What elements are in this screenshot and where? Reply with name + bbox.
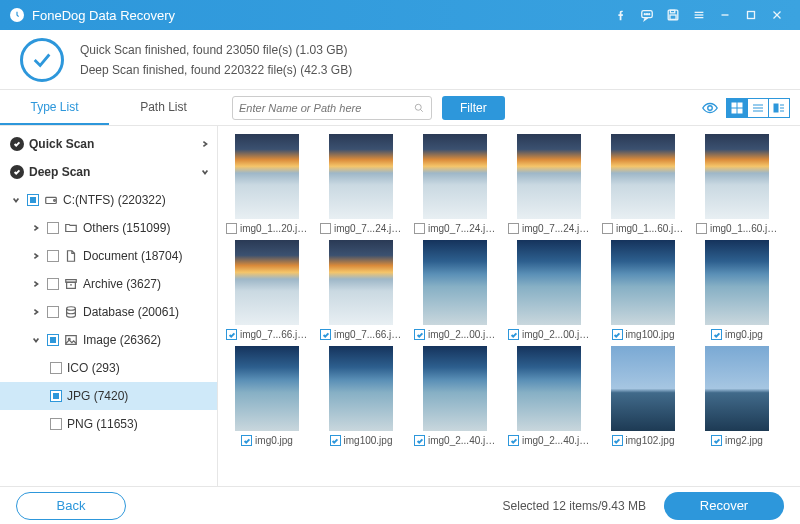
- file-card[interactable]: img2.jpg: [694, 346, 780, 446]
- file-checkbox[interactable]: [696, 223, 707, 234]
- file-card[interactable]: img0_2...40.jpg: [506, 346, 592, 446]
- file-checkbox[interactable]: [320, 329, 331, 340]
- checkbox[interactable]: [47, 306, 59, 318]
- file-card[interactable]: img0_7...66.jpg: [318, 240, 404, 340]
- thumbnail[interactable]: [517, 346, 581, 431]
- tree-archive[interactable]: Archive (3627): [0, 270, 217, 298]
- thumbnail[interactable]: [705, 346, 769, 431]
- thumbnail[interactable]: [517, 240, 581, 325]
- tree-quick-scan[interactable]: Quick Scan: [0, 130, 217, 158]
- file-card[interactable]: img0.jpg: [694, 240, 780, 340]
- file-name: img100.jpg: [626, 329, 675, 340]
- file-name: img0.jpg: [725, 329, 763, 340]
- file-checkbox[interactable]: [508, 435, 519, 446]
- tab-type-list[interactable]: Type List: [0, 91, 109, 125]
- chevron-down-icon: [199, 166, 211, 178]
- file-checkbox[interactable]: [711, 435, 722, 446]
- checkbox[interactable]: [50, 362, 62, 374]
- chevron-right-icon: [199, 138, 211, 150]
- tree-document[interactable]: Document (18704): [0, 242, 217, 270]
- tree-drive[interactable]: C:(NTFS) (220322): [0, 186, 217, 214]
- file-checkbox[interactable]: [226, 329, 237, 340]
- tree-png[interactable]: PNG (11653): [0, 410, 217, 438]
- file-card[interactable]: img0_7...66.jpg: [224, 240, 310, 340]
- file-card[interactable]: img0_1...20.jpg: [224, 134, 310, 234]
- tree-jpg[interactable]: JPG (7420): [0, 382, 217, 410]
- file-checkbox[interactable]: [508, 329, 519, 340]
- thumbnail[interactable]: [329, 134, 393, 219]
- file-card[interactable]: img0_7...24.jpg: [506, 134, 592, 234]
- file-checkbox[interactable]: [508, 223, 519, 234]
- menu-icon[interactable]: [686, 0, 712, 30]
- thumbnail[interactable]: [611, 134, 675, 219]
- minimize-icon[interactable]: [712, 0, 738, 30]
- file-card[interactable]: img0_2...00.jpg: [412, 240, 498, 340]
- chevron-right-icon: [30, 306, 42, 318]
- file-card[interactable]: img0.jpg: [224, 346, 310, 446]
- tree-ico[interactable]: ICO (293): [0, 354, 217, 382]
- file-checkbox[interactable]: [612, 435, 623, 446]
- file-card[interactable]: img0_2...40.jpg: [412, 346, 498, 446]
- tree-image[interactable]: Image (26362): [0, 326, 217, 354]
- close-icon[interactable]: [764, 0, 790, 30]
- maximize-icon[interactable]: [738, 0, 764, 30]
- thumbnail[interactable]: [235, 240, 299, 325]
- thumbnail[interactable]: [423, 346, 487, 431]
- thumbnail[interactable]: [235, 346, 299, 431]
- tree-database[interactable]: Database (20061): [0, 298, 217, 326]
- back-button[interactable]: Back: [16, 492, 126, 520]
- view-grid-button[interactable]: [726, 98, 748, 118]
- checkbox[interactable]: [47, 334, 59, 346]
- thumbnail[interactable]: [235, 134, 299, 219]
- file-card[interactable]: img100.jpg: [600, 240, 686, 340]
- preview-toggle-icon[interactable]: [701, 99, 719, 117]
- save-icon[interactable]: [660, 0, 686, 30]
- thumbnail[interactable]: [423, 134, 487, 219]
- checkbox[interactable]: [47, 278, 59, 290]
- file-card[interactable]: img102.jpg: [600, 346, 686, 446]
- file-checkbox[interactable]: [602, 223, 613, 234]
- filter-button[interactable]: Filter: [442, 96, 505, 120]
- file-checkbox[interactable]: [241, 435, 252, 446]
- file-checkbox[interactable]: [414, 223, 425, 234]
- checkbox[interactable]: [50, 418, 62, 430]
- file-card[interactable]: img0_1...60.jpg: [600, 134, 686, 234]
- svg-rect-19: [732, 109, 736, 113]
- file-checkbox[interactable]: [414, 435, 425, 446]
- file-checkbox[interactable]: [226, 223, 237, 234]
- file-card[interactable]: img0_2...00.jpg: [506, 240, 592, 340]
- checkbox[interactable]: [47, 222, 59, 234]
- file-card[interactable]: img100.jpg: [318, 346, 404, 446]
- file-checkbox[interactable]: [330, 435, 341, 446]
- tab-path-list[interactable]: Path List: [109, 91, 218, 125]
- file-card[interactable]: img0_1...60.jpg: [694, 134, 780, 234]
- view-detail-button[interactable]: [768, 98, 790, 118]
- view-list-button[interactable]: [747, 98, 769, 118]
- thumbnail[interactable]: [423, 240, 487, 325]
- facebook-icon[interactable]: [608, 0, 634, 30]
- file-checkbox[interactable]: [320, 223, 331, 234]
- thumbnail[interactable]: [705, 134, 769, 219]
- search-box[interactable]: [232, 96, 432, 120]
- checkbox[interactable]: [50, 390, 62, 402]
- checkbox[interactable]: [47, 250, 59, 262]
- svg-rect-24: [774, 104, 778, 112]
- thumbnail[interactable]: [705, 240, 769, 325]
- file-checkbox[interactable]: [711, 329, 722, 340]
- file-card[interactable]: img0_7...24.jpg: [318, 134, 404, 234]
- thumbnail[interactable]: [611, 240, 675, 325]
- file-card[interactable]: img0_7...24.jpg: [412, 134, 498, 234]
- tree-others[interactable]: Others (151099): [0, 214, 217, 242]
- checkbox[interactable]: [27, 194, 39, 206]
- file-checkbox[interactable]: [414, 329, 425, 340]
- thumbnail[interactable]: [517, 134, 581, 219]
- feedback-icon[interactable]: [634, 0, 660, 30]
- tree-deep-scan[interactable]: Deep Scan: [0, 158, 217, 186]
- search-input[interactable]: [239, 102, 413, 114]
- recover-button[interactable]: Recover: [664, 492, 784, 520]
- file-checkbox[interactable]: [612, 329, 623, 340]
- thumbnail[interactable]: [329, 240, 393, 325]
- thumbnail[interactable]: [329, 346, 393, 431]
- thumbnail[interactable]: [611, 346, 675, 431]
- file-name: img0_2...00.jpg: [428, 329, 496, 340]
